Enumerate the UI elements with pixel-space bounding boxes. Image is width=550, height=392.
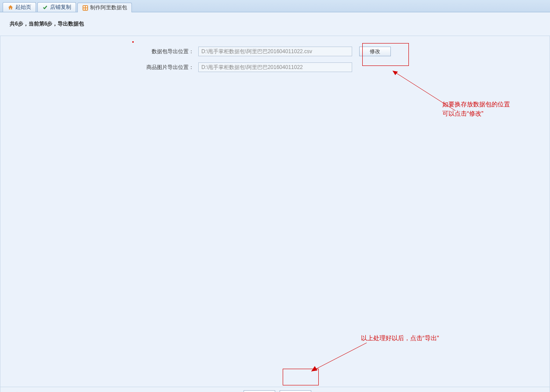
tab-shop-copy[interactable]: 店铺复制 (37, 2, 76, 12)
grid-icon (82, 5, 88, 11)
svg-rect-3 (84, 8, 85, 10)
image-path-input[interactable] (198, 62, 352, 72)
image-path-label: 商品图片导出位置： (132, 64, 194, 71)
annotation-arrow-export (302, 341, 390, 385)
tab-label: 起始页 (15, 4, 31, 11)
red-marker-icon (132, 41, 134, 43)
export-form: 数据包导出位置： 修改 商品图片导出位置： (0, 36, 550, 74)
step-indicator: 共6步，当前第6步，导出数据包 (0, 12, 550, 36)
tab-bar: 起始页 店铺复制 制作阿里数据包 (0, 0, 550, 12)
tab-make-ali-package[interactable]: 制作阿里数据包 (77, 3, 132, 12)
tab-home[interactable]: 起始页 (3, 2, 36, 12)
main-content: 数据包导出位置： 修改 商品图片导出位置： 如要换存放数据包的位置 可以点击“修… (0, 36, 550, 392)
svg-rect-2 (86, 6, 87, 7)
annotation-box-export (283, 369, 319, 385)
export-path-input[interactable] (198, 47, 352, 56)
tab-label: 制作阿里数据包 (90, 4, 127, 11)
home-icon (7, 4, 14, 11)
svg-rect-1 (84, 6, 85, 7)
svg-rect-4 (86, 8, 87, 10)
export-path-row: 数据包导出位置： 修改 (132, 45, 550, 58)
export-path-label: 数据包导出位置： (132, 48, 194, 55)
image-path-row: 商品图片导出位置： (132, 61, 550, 74)
svg-line-7 (311, 343, 367, 371)
annotation-text-modify: 如要换存放数据包的位置 可以点击“修改” (442, 100, 510, 118)
annotation-text-export: 以上处理好以后，点击“导出” (361, 334, 439, 343)
svg-marker-8 (311, 366, 317, 371)
modify-button[interactable]: 修改 (359, 47, 391, 56)
footer-bar: 重新开始 上一步 导出 (0, 387, 550, 392)
prev-button[interactable]: 上一步 (244, 390, 275, 392)
annotation-text-line: 如要换存放数据包的位置 (442, 100, 510, 109)
tab-label: 店铺复制 (50, 4, 71, 11)
export-button[interactable]: 导出 (280, 390, 311, 392)
annotation-text-line: 可以点击“修改” (442, 109, 510, 118)
check-icon (42, 4, 48, 11)
